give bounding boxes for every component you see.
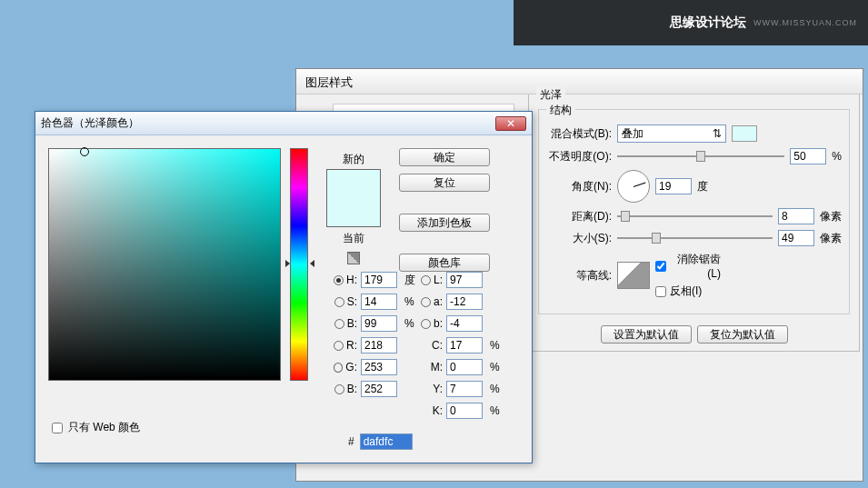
- color-library-button[interactable]: 颜色库: [399, 254, 490, 272]
- blend-mode-select[interactable]: 叠加 ⇅: [617, 124, 726, 143]
- watermark-en: WWW.MISSYUAN.COM: [753, 18, 857, 27]
- h-radio[interactable]: [334, 275, 344, 285]
- s-radio[interactable]: [334, 297, 344, 307]
- color-picker-dialog: 拾色器（光泽颜色） ✕ 新的 当前 确定 复位 添加到色板 颜色库 H:度 L:…: [35, 111, 533, 463]
- close-icon: ✕: [506, 117, 515, 130]
- hue-slider[interactable]: [290, 148, 308, 381]
- ok-button[interactable]: 确定: [399, 148, 490, 166]
- opacity-input[interactable]: [790, 148, 826, 164]
- blend-color-swatch[interactable]: [732, 125, 757, 142]
- m-input[interactable]: [446, 359, 483, 375]
- a-radio[interactable]: [421, 297, 431, 307]
- b2-input[interactable]: [446, 315, 483, 332]
- saturation-field[interactable]: [48, 148, 281, 381]
- distance-input[interactable]: [778, 208, 814, 224]
- cube-icon[interactable]: [347, 252, 360, 264]
- angle-input[interactable]: [655, 178, 692, 194]
- color-preview: [326, 169, 381, 227]
- b2-radio[interactable]: [421, 319, 431, 329]
- g-radio[interactable]: [334, 363, 343, 373]
- l-input[interactable]: [446, 272, 483, 288]
- make-default-button[interactable]: 设置为默认值: [601, 325, 692, 344]
- satin-group: 光泽 结构 混合模式(B): 叠加 ⇅ 不透明度(O): %: [528, 95, 860, 352]
- structure-group: 结构 混合模式(B): 叠加 ⇅ 不透明度(O): % 角度(N):: [538, 109, 850, 314]
- opacity-slider[interactable]: [617, 149, 784, 164]
- k-input[interactable]: [446, 403, 483, 419]
- picker-title: 拾色器（光泽颜色）: [41, 115, 139, 131]
- distance-slider[interactable]: [617, 209, 773, 224]
- picker-titlebar[interactable]: 拾色器（光泽颜色） ✕: [35, 112, 532, 135]
- g-input[interactable]: [361, 359, 397, 375]
- l-radio[interactable]: [421, 275, 431, 285]
- hex-input[interactable]: [360, 433, 413, 450]
- c-input[interactable]: [446, 337, 483, 354]
- current-label: 当前: [343, 231, 364, 246]
- h-input[interactable]: [361, 272, 397, 288]
- layer-style-title: 图层样式: [296, 69, 863, 95]
- r-input[interactable]: [361, 337, 397, 354]
- a-input[interactable]: [446, 294, 483, 310]
- r-radio[interactable]: [334, 341, 344, 351]
- reset-default-button[interactable]: 复位为默认值: [697, 325, 788, 344]
- size-slider[interactable]: [617, 231, 773, 245]
- new-label: 新的: [343, 152, 364, 167]
- contour-label: 等高线:: [546, 268, 612, 284]
- close-button[interactable]: ✕: [495, 116, 526, 131]
- distance-label: 距离(D):: [546, 209, 612, 224]
- chevron-updown-icon: ⇅: [713, 127, 722, 140]
- hue-pointer: [285, 260, 314, 267]
- bl-input[interactable]: [361, 381, 397, 397]
- add-swatch-button[interactable]: 添加到色板: [399, 214, 490, 232]
- hash-label: #: [348, 435, 354, 448]
- size-label: 大小(S):: [546, 231, 612, 246]
- structure-label: 结构: [546, 103, 575, 118]
- contour-picker[interactable]: [617, 262, 650, 289]
- antialias-checkbox[interactable]: 消除锯齿(L): [655, 252, 721, 280]
- invert-checkbox[interactable]: 反相(I): [655, 284, 721, 299]
- cancel-button[interactable]: 复位: [399, 174, 490, 192]
- s-input[interactable]: [361, 294, 397, 310]
- blend-mode-label: 混合模式(B):: [546, 126, 612, 142]
- group-label: 光泽: [536, 87, 565, 103]
- watermark-cn: 思缘设计论坛: [670, 15, 746, 31]
- angle-dial[interactable]: [617, 170, 650, 203]
- opacity-label: 不透明度(O):: [546, 149, 612, 164]
- b-input[interactable]: [361, 315, 397, 332]
- y-input[interactable]: [446, 381, 483, 397]
- web-only-checkbox[interactable]: 只有 Web 颜色: [52, 420, 140, 435]
- color-cursor: [80, 147, 89, 156]
- watermark-bar: 思缘设计论坛 WWW.MISSYUAN.COM: [514, 0, 868, 45]
- b-radio[interactable]: [334, 319, 344, 329]
- bl-radio[interactable]: [334, 384, 344, 394]
- hex-row: #: [348, 433, 413, 450]
- color-values-grid: H:度 L: S:% a: B:% b: R: C:% G: M:% B: Y:…: [334, 272, 500, 419]
- size-input[interactable]: [778, 230, 814, 246]
- angle-label: 角度(N):: [546, 179, 612, 194]
